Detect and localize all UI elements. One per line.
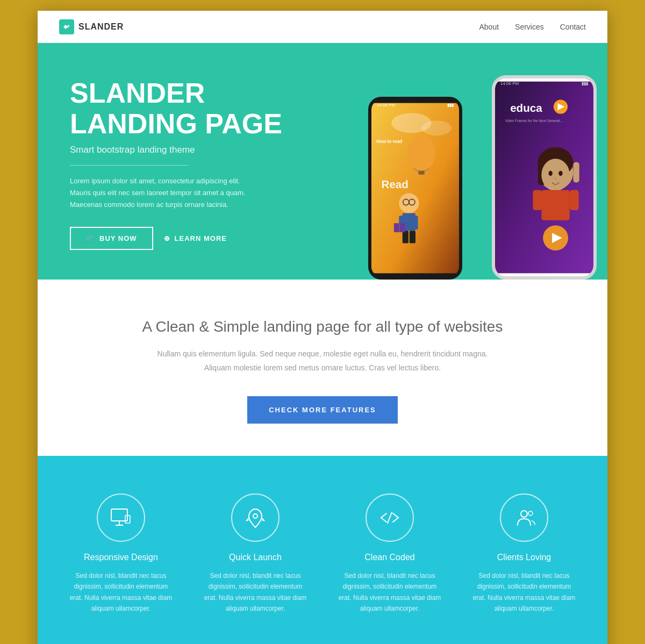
intro-heading: A Clean & Simple landing page for all ty… <box>91 317 554 337</box>
svg-point-43 <box>528 511 533 516</box>
intro-section: A Clean & Simple landing page for all ty… <box>38 280 607 456</box>
svg-point-42 <box>521 511 527 517</box>
phone-status-white: 14:06 PM ▮▮▮ <box>495 81 593 86</box>
svg-rect-9 <box>403 231 408 243</box>
phone-status-black: 14:06 PM ▮▮▮ <box>371 103 459 108</box>
features-grid: Responsive Design Sed dolor nisl, blandi… <box>59 493 586 614</box>
nav-links: About Services Contact <box>479 22 586 32</box>
code-icon <box>378 506 402 529</box>
feature-launch: Quick Launch Sed dolor nisl, blandit nec… <box>194 493 317 614</box>
arrow-icon: ⊕ <box>164 234 170 242</box>
hero-divider <box>70 165 188 166</box>
brand-name: SLANDER <box>78 22 124 32</box>
svg-text:educa: educa <box>510 102 542 114</box>
svg-rect-31 <box>541 190 570 220</box>
hero-left: SLANDER LANDING PAGE Smart bootstrap lan… <box>38 43 352 280</box>
phone-screen-white: 14:06 PM ▮▮▮ <box>495 78 593 276</box>
phone-screen-black: 14:06 PM ▮▮▮ <box>371 100 459 276</box>
brand: SLANDER <box>59 19 124 34</box>
svg-point-3 <box>407 135 435 170</box>
hero-title: SLANDER LANDING PAGE <box>70 78 325 139</box>
users-icon <box>512 506 536 529</box>
feature-icon-clients <box>500 493 548 542</box>
nav-link-services[interactable]: Services <box>515 23 544 31</box>
phone-white: 14:06 PM ▮▮▮ <box>492 75 597 280</box>
phone-black: 14:06 PM ▮▮▮ <box>368 97 462 280</box>
feature-code: Clean Coded Sed dolor nisl, blandit nec … <box>328 493 452 614</box>
features-section: Responsive Design Sed dolor nisl, blandi… <box>38 456 607 644</box>
feature-icon-responsive <box>97 493 145 542</box>
svg-text:Video Frames for the Next Gene: Video Frames for the Next Generat... <box>505 119 563 123</box>
feature-desc-launch: Sed dolor nisl, blandit nec lacus dignis… <box>202 570 309 614</box>
svg-text:How to read: How to read <box>376 139 402 144</box>
svg-point-29 <box>558 171 563 176</box>
svg-text:Read: Read <box>382 178 408 190</box>
rocket-icon <box>243 506 267 529</box>
nav-item-services[interactable]: Services <box>515 22 544 32</box>
intro-text: Nullam quis elementum ligula. Sed neque … <box>91 347 554 374</box>
monitor-icon <box>109 506 133 529</box>
feature-desc-clients: Sed dolor nisl, blandit nec lacus dignis… <box>470 570 578 614</box>
phones-container: 14:06 PM ▮▮▮ <box>352 43 607 280</box>
feature-desc-responsive: Sed dolor nisl, blandit nec lacus dignis… <box>67 570 175 614</box>
svg-point-40 <box>253 514 257 518</box>
svg-rect-33 <box>570 190 579 210</box>
learn-more-button[interactable]: ⊕ LEARN MORE <box>164 234 227 242</box>
feature-title-launch: Quick Launch <box>229 553 282 562</box>
hero-right: 14:06 PM ▮▮▮ <box>352 43 607 280</box>
feature-icon-launch <box>231 493 280 542</box>
hero-subtitle: Smart bootstrap landing theme <box>70 145 325 155</box>
svg-rect-10 <box>410 231 415 243</box>
svg-rect-26 <box>573 162 579 183</box>
nav-link-contact[interactable]: Contact <box>560 23 586 31</box>
hero-section: SLANDER LANDING PAGE Smart bootstrap lan… <box>38 43 607 280</box>
nav-item-contact[interactable]: Contact <box>560 22 586 32</box>
nav-link-about[interactable]: About <box>479 23 499 31</box>
feature-title-code: Clean Coded <box>364 553 414 562</box>
svg-point-27 <box>541 159 570 191</box>
svg-rect-32 <box>533 190 542 210</box>
phone-art-white: educa Video Frames for the Next Generat.… <box>495 78 593 276</box>
brand-logo-icon <box>62 23 71 31</box>
brand-icon <box>59 19 74 34</box>
svg-point-2 <box>421 120 452 135</box>
svg-point-30 <box>555 177 557 180</box>
hero-description: Lorem ipsum dolor sit amet, consectetur … <box>70 175 253 211</box>
feature-icon-code <box>366 493 414 542</box>
feature-desc-code: Sed dolor nisl, blandit nec lacus dignis… <box>336 570 443 614</box>
svg-line-41 <box>388 512 392 523</box>
svg-rect-8 <box>413 216 418 230</box>
svg-point-28 <box>548 171 553 176</box>
feature-title-clients: Clients Loving <box>497 553 551 562</box>
feature-responsive: Responsive Design Sed dolor nisl, blandi… <box>59 493 183 614</box>
phone-art-black: How to read Read <box>371 100 459 276</box>
svg-rect-4 <box>419 170 425 174</box>
cart-icon: 🛒 <box>86 234 95 242</box>
buy-now-button[interactable]: 🛒 BUY NOW <box>70 227 153 250</box>
check-features-button[interactable]: CHECK MORE FEATURES <box>247 396 398 424</box>
navbar: SLANDER About Services Contact <box>38 11 607 43</box>
hero-buttons: 🛒 BUY NOW ⊕ LEARN MORE <box>70 227 325 250</box>
nav-item-about[interactable]: About <box>479 22 499 32</box>
page-wrapper: SLANDER About Services Contact SLANDER L… <box>38 11 607 644</box>
feature-title-responsive: Responsive Design <box>84 553 158 562</box>
feature-clients: Clients Loving Sed dolor nisl, blandit n… <box>462 493 586 614</box>
